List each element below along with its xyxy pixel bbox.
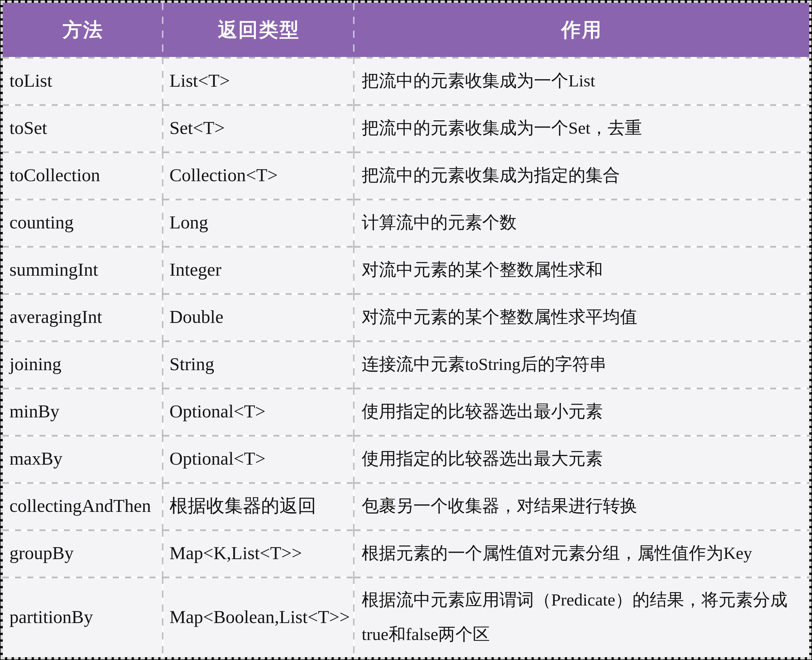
return-type-cell: String xyxy=(163,340,355,388)
description-cell: 包裹另一个收集器，对结果进行转换 xyxy=(355,482,809,529)
return-type-cell: Collection<T> xyxy=(163,151,355,199)
header-cell-purpose: 作用 xyxy=(355,3,809,57)
method-cell: toList xyxy=(3,57,163,104)
return-type-cell: Integer xyxy=(163,246,355,293)
method-cell: collectingAndThen xyxy=(3,482,163,529)
collectors-table-frame: 方法 返回类型 作用 toList List<T> 把流中的元素收集成为一个Li… xyxy=(0,0,812,660)
return-type-cell: Map<Boolean,List<T>> xyxy=(163,577,355,657)
collectors-table: 方法 返回类型 作用 toList List<T> 把流中的元素收集成为一个Li… xyxy=(3,3,809,657)
method-cell: joining xyxy=(3,340,163,388)
description-cell: 把流中的元素收集成为指定的集合 xyxy=(355,151,809,199)
method-cell: averagingInt xyxy=(3,293,163,340)
method-cell: toCollection xyxy=(3,151,163,199)
return-type-cell: Map<K,List<T>> xyxy=(163,529,355,577)
return-type-cell: List<T> xyxy=(163,57,355,104)
description-cell: 根据流中元素应用谓词（Predicate）的结果，将元素分成true和false… xyxy=(355,577,809,657)
method-cell: minBy xyxy=(3,388,163,435)
return-type-cell: Optional<T> xyxy=(163,435,355,482)
description-cell: 使用指定的比较器选出最大元素 xyxy=(355,435,809,482)
return-type-cell: 根据收集器的返回 xyxy=(163,482,355,529)
description-cell: 根据元素的一个属性值对元素分组，属性值作为Key xyxy=(355,529,809,577)
return-type-cell: Long xyxy=(163,199,355,246)
description-cell: 使用指定的比较器选出最小元素 xyxy=(355,388,809,435)
method-cell: groupBy xyxy=(3,529,163,577)
description-cell: 对流中元素的某个整数属性求和 xyxy=(355,246,809,293)
header-cell-method: 方法 xyxy=(3,3,163,57)
description-cell: 对流中元素的某个整数属性求平均值 xyxy=(355,293,809,340)
header-cell-return-type: 返回类型 xyxy=(163,3,355,57)
method-cell: summingInt xyxy=(3,246,163,293)
return-type-cell: Set<T> xyxy=(163,104,355,151)
description-cell: 计算流中的元素个数 xyxy=(355,199,809,246)
method-cell: counting xyxy=(3,199,163,246)
method-cell: partitionBy xyxy=(3,577,163,657)
return-type-cell: Optional<T> xyxy=(163,388,355,435)
method-cell: toSet xyxy=(3,104,163,151)
return-type-cell: Double xyxy=(163,293,355,340)
description-cell: 连接流中元素toString后的字符串 xyxy=(355,340,809,388)
method-cell: maxBy xyxy=(3,435,163,482)
description-cell: 把流中的元素收集成为一个Set，去重 xyxy=(355,104,809,151)
description-cell: 把流中的元素收集成为一个List xyxy=(355,57,809,104)
